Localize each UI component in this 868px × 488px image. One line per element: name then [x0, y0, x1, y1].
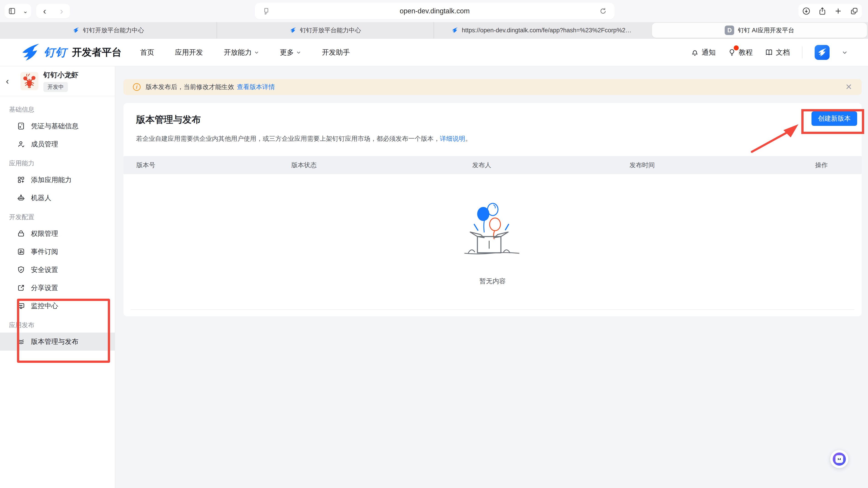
- reader-view-icon[interactable]: [262, 7, 270, 15]
- sidebar-item-label: 成员管理: [31, 140, 58, 149]
- site-navbar: 钉钉 开发者平台 首页 应用开发 开放能力 更多 开发助手 通知 教程: [0, 39, 868, 66]
- address-bar[interactable]: open-dev.dingtalk.com: [255, 3, 615, 20]
- sidebar-toggle-group[interactable]: ⌄: [4, 4, 31, 18]
- app-status-badge: 开发中: [43, 82, 68, 92]
- detail-doc-link[interactable]: 详细说明: [440, 135, 465, 142]
- brand-name: 钉钉: [44, 45, 67, 60]
- description-text: 若企业自建应用需要供企业内其他用户使用，或三方企业应用需要上架钉钉应用市场，都必…: [136, 135, 440, 142]
- app-sidebar: ‹ 钉钉小龙虾 开发中 基础信息: [0, 66, 115, 488]
- menu-label: 开放能力: [224, 48, 252, 57]
- sidebar-item-credentials[interactable]: 凭证与基础信息: [0, 117, 115, 135]
- monitor-icon: [17, 302, 25, 310]
- user-avatar[interactable]: [815, 45, 830, 60]
- lock-icon: [17, 230, 25, 238]
- tab-app-url[interactable]: https://open-dev.dingtalk.com/fe/app?has…: [434, 22, 651, 38]
- view-version-details-link[interactable]: 查看版本详情: [237, 83, 275, 91]
- sidebar-item-add-capability[interactable]: 添加应用能力: [0, 171, 115, 189]
- main-content: i 版本发布后，当前修改才能生效 查看版本详情 ✕ 版本管理与发布 若企业自建应…: [115, 66, 868, 488]
- sidebar-toggle-icon[interactable]: [8, 7, 16, 15]
- page-description: 若企业自建应用需要供企业内其他用户使用，或三方企业应用需要上架钉钉应用市场，都必…: [123, 126, 862, 143]
- menu-more[interactable]: 更多: [280, 48, 301, 57]
- menu-open-capability[interactable]: 开放能力: [224, 48, 259, 57]
- letter-d-favicon-icon: D: [725, 26, 734, 35]
- notice-label: 通知: [702, 48, 716, 57]
- back-button[interactable]: ‹: [43, 6, 46, 15]
- tab-capability-center-2[interactable]: 钉钉开放平台能力中心: [217, 22, 434, 38]
- sidebar-item-permissions[interactable]: 权限管理: [0, 225, 115, 242]
- menu-dev-assistant[interactable]: 开发助手: [322, 48, 350, 57]
- ai-assistant-button[interactable]: [830, 450, 848, 468]
- robot-icon: [17, 194, 25, 202]
- sidebar-item-event-subscription[interactable]: 事件订阅: [0, 242, 115, 261]
- empty-state: 暂无内容: [123, 174, 862, 286]
- credential-icon: [17, 122, 25, 130]
- app-header: ‹ 钉钉小龙虾 开发中: [0, 66, 115, 96]
- card-bottom-divider: [131, 309, 855, 310]
- assistant-gradient-ring: [833, 453, 846, 466]
- sidebar-item-label: 机器人: [31, 193, 51, 203]
- sidebar-item-monitor-center[interactable]: 监控中心: [0, 297, 115, 315]
- forward-button[interactable]: ›: [60, 6, 63, 15]
- rss-icon: [17, 248, 25, 256]
- tutorial-link[interactable]: 教程: [728, 48, 753, 57]
- tab-overview-icon[interactable]: [850, 7, 859, 15]
- layers-icon: [17, 337, 25, 346]
- docs-label: 文档: [776, 48, 790, 57]
- banner-text: 版本发布后，当前修改才能生效: [146, 83, 234, 91]
- history-nav-group: ‹ ›: [36, 4, 70, 18]
- sidebar-item-members[interactable]: 成员管理: [0, 135, 115, 153]
- tab-title: https://open-dev.dingtalk.com/fe/app?has…: [462, 27, 633, 34]
- sidebar-item-label: 权限管理: [31, 229, 58, 238]
- browser-toolbar: ⌄ ‹ › open-dev.dingtalk.com: [0, 0, 868, 22]
- brand-logo[interactable]: 钉钉 开发者平台: [20, 42, 122, 63]
- notification-dot: [734, 45, 739, 51]
- downloads-icon[interactable]: [802, 7, 811, 15]
- sidebar-item-version-release[interactable]: 版本管理与发布: [0, 332, 115, 351]
- empty-text: 暂无内容: [479, 277, 506, 286]
- col-version-number: 版本号: [123, 161, 278, 169]
- create-version-button[interactable]: 创建新版本: [811, 111, 857, 126]
- sidebar-item-label: 安全设置: [31, 265, 58, 274]
- sidebar-item-security[interactable]: 安全设置: [0, 261, 115, 279]
- col-publish-time: 发布时间: [617, 161, 786, 169]
- member-icon: [17, 140, 25, 148]
- main-menu: 首页 应用开发 开放能力 更多 开发助手: [140, 48, 350, 57]
- url-text: open-dev.dingtalk.com: [270, 7, 599, 15]
- page-title: 版本管理与发布: [123, 103, 862, 126]
- app-avatar: [20, 72, 38, 90]
- sidebar-item-robot[interactable]: 机器人: [0, 189, 115, 207]
- menu-app-dev[interactable]: 应用开发: [175, 48, 203, 57]
- share-box-icon: [17, 284, 25, 292]
- sidebar-item-share-settings[interactable]: 分享设置: [0, 279, 115, 297]
- sidebar-nav: 基础信息 凭证与基础信息 成员管理 应用能力: [0, 96, 115, 351]
- menu-home[interactable]: 首页: [140, 48, 154, 57]
- share-icon[interactable]: [818, 7, 827, 15]
- navbar-right: 通知 教程 文档: [691, 45, 848, 60]
- sidebar-item-label: 事件订阅: [31, 247, 58, 256]
- group-app-release: 应用发布: [0, 315, 115, 332]
- toolbar-actions: [798, 4, 862, 18]
- dingtalk-wing-icon: [20, 42, 41, 63]
- dingtalk-favicon-icon: [289, 27, 296, 34]
- dingtalk-wing-icon: [817, 47, 827, 57]
- bell-icon: [691, 48, 699, 57]
- group-capabilities: 应用能力: [0, 153, 115, 171]
- tab-ai-dev-platform[interactable]: D 钉钉 AI应用开发平台: [652, 23, 867, 38]
- assistant-logo-icon: [835, 455, 843, 463]
- lobster-image: [20, 72, 38, 90]
- docs-link[interactable]: 文档: [765, 48, 790, 57]
- chevron-down-icon[interactable]: [842, 50, 848, 55]
- chevron-down-icon[interactable]: ⌄: [23, 8, 28, 15]
- notice-link[interactable]: 通知: [691, 48, 716, 57]
- tutorial-label: 教程: [739, 48, 753, 57]
- refresh-icon[interactable]: [599, 7, 607, 15]
- version-card: 版本管理与发布 若企业自建应用需要供企业内其他用户使用，或三方企业应用需要上架钉…: [123, 103, 862, 316]
- back-icon[interactable]: ‹: [6, 76, 17, 86]
- col-actions: 操作: [786, 161, 862, 169]
- description-suffix: 。: [465, 135, 471, 142]
- close-icon[interactable]: ✕: [845, 82, 852, 92]
- new-tab-icon[interactable]: [834, 7, 842, 15]
- shield-check-icon: [17, 266, 25, 274]
- sidebar-item-label: 凭证与基础信息: [31, 122, 79, 131]
- tab-capability-center-1[interactable]: 钉钉开放平台能力中心: [0, 22, 217, 38]
